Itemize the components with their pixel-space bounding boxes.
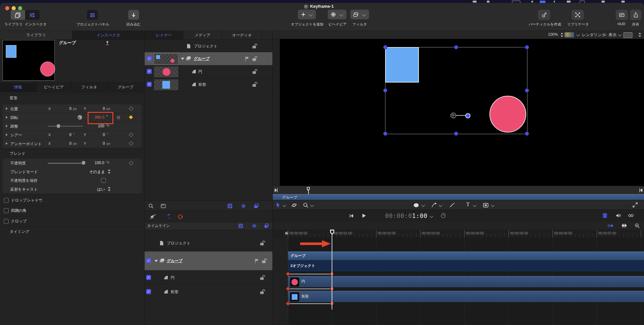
playhead-line[interactable] [332, 234, 332, 310]
share-button[interactable] [630, 10, 641, 20]
scale-slider-thumb[interactable] [57, 124, 60, 128]
keyframe-line[interactable] [288, 274, 332, 274]
canvas-rect-shape[interactable] [385, 47, 419, 83]
circle-enable-checkbox[interactable] [146, 275, 151, 280]
row-opacity[interactable]: 不透明度 100.0 % [3, 159, 142, 168]
blend-mode-value[interactable]: そのまま [77, 169, 105, 175]
selection-handle[interactable] [383, 132, 387, 136]
cast-reflection-value[interactable]: はい [86, 187, 105, 192]
keyframe-line[interactable] [288, 289, 332, 289]
traffic-light-close[interactable] [5, 6, 9, 10]
pin-icon[interactable] [105, 41, 110, 46]
chevron-down-icon[interactable] [491, 203, 494, 207]
keyframe-diamond-icon[interactable] [129, 106, 133, 111]
unlock-icon[interactable] [252, 44, 258, 49]
row-anchor[interactable]: アンカーポイント X 0 px Y 0 px [3, 139, 142, 148]
orbit-tool-icon[interactable] [291, 202, 297, 208]
show-behaviors-icon[interactable] [241, 203, 246, 209]
row-preserve-opacity[interactable]: 不透明度を保持 [3, 176, 142, 185]
keyframe-line[interactable] [288, 303, 332, 304]
rendering-menu[interactable]: レンダリング [582, 32, 606, 38]
layers-row-group[interactable]: グループ [145, 52, 272, 65]
expand-fullscreen-icon[interactable] [632, 202, 638, 208]
keyframe-diamond-icon[interactable] [129, 141, 133, 146]
timeline-ruler[interactable] [273, 230, 644, 238]
play-icon[interactable] [361, 213, 366, 218]
unlock-icon[interactable] [252, 56, 258, 61]
drop-shadow-checkbox[interactable] [4, 198, 9, 203]
unlock-icon[interactable] [260, 275, 265, 280]
stepper-icon[interactable] [108, 169, 110, 174]
disclosure-icon[interactable] [6, 107, 8, 110]
shear-x-value[interactable]: 0 [57, 133, 71, 137]
timecode-display[interactable]: 00:00:01:00 [385, 212, 427, 219]
show-filters-icon[interactable] [238, 223, 243, 228]
show-layers-icon[interactable] [254, 203, 259, 209]
search-icon[interactable] [148, 203, 154, 209]
tab-inspector[interactable]: インスペクタ [72, 31, 144, 40]
chevron-down-icon[interactable] [310, 203, 314, 207]
row-shear[interactable]: シアー X 0 ° Y 0 ° [3, 131, 142, 139]
group-track-bar[interactable]: グループ [288, 251, 644, 260]
stepper-icon[interactable] [638, 33, 641, 37]
import-button[interactable] [128, 10, 139, 20]
chevron-down-icon[interactable] [282, 203, 286, 207]
tab-layers[interactable]: レイヤー [145, 31, 183, 40]
scale-slider[interactable] [48, 126, 83, 127]
layers-row-rect[interactable]: 矩形 [145, 78, 272, 91]
oval-tool-icon[interactable] [413, 202, 419, 208]
position-x-value[interactable]: 0 [57, 106, 71, 111]
subtab-group[interactable]: グループ [107, 83, 144, 92]
chevron-down-icon[interactable] [439, 203, 442, 207]
keyframe-diamond-active-icon[interactable] [129, 115, 133, 119]
shear-y-value[interactable]: 0 [90, 133, 105, 137]
tl-row-project[interactable]: プロジェクト [145, 237, 272, 249]
timeline-zoom-icon[interactable] [635, 223, 640, 228]
previous-frame-icon[interactable] [349, 213, 354, 218]
anchor-handle-dot[interactable] [465, 113, 470, 118]
zoom-tool-icon[interactable] [303, 202, 308, 208]
bezier-tool-icon[interactable] [431, 202, 437, 208]
library-toggle-button[interactable] [11, 10, 25, 20]
subtab-behaviors[interactable]: ビヘイビア [36, 83, 72, 92]
circle-track-bar[interactable]: 円 [288, 276, 644, 287]
tab-library[interactable]: ライブラリ [0, 31, 72, 40]
record-keyframes-icon[interactable] [178, 214, 184, 220]
replicator-button[interactable] [572, 10, 584, 20]
paint-stroke-tool-icon[interactable] [450, 202, 455, 208]
make-particles-button[interactable] [538, 10, 550, 20]
text-tool-icon[interactable]: T [466, 201, 469, 208]
chevron-down-icon[interactable] [576, 33, 580, 36]
flag-icon[interactable] [245, 56, 250, 61]
unlock-icon[interactable] [252, 69, 258, 74]
rect-enable-checkbox[interactable] [147, 82, 152, 87]
preserve-opacity-checkbox[interactable] [101, 178, 106, 183]
view-menu[interactable]: 表示 [609, 32, 616, 38]
flag-icon[interactable] [254, 258, 259, 263]
rect-track-bar[interactable]: 矩形 [288, 291, 644, 302]
behaviors-button[interactable] [328, 10, 346, 19]
position-y-value[interactable]: 0 [90, 106, 105, 111]
subtab-info[interactable]: 情報 [0, 83, 36, 92]
section-crop[interactable]: クロップ [0, 216, 144, 227]
tl-group-label[interactable]: グループ [167, 258, 183, 264]
disclosure-icon[interactable] [6, 142, 8, 145]
view-layout-icon[interactable] [623, 32, 632, 38]
layers-row-circle[interactable]: 円 [145, 65, 272, 78]
tl-row-group[interactable]: グループ [145, 251, 272, 270]
project-panel-button[interactable] [87, 10, 98, 20]
tab-audio[interactable]: オーディオ [222, 31, 262, 40]
section-drop-shadow[interactable]: ドロップシャドウ [0, 195, 144, 206]
selection-handle[interactable] [525, 88, 529, 93]
tl-row-rect[interactable]: 矩形 [145, 286, 272, 298]
speaker-icon[interactable] [616, 213, 621, 218]
filters-button[interactable] [350, 10, 369, 19]
select-tool-icon[interactable] [276, 202, 281, 208]
filter-frame-icon[interactable] [161, 203, 166, 209]
chevron-down-icon[interactable] [421, 203, 425, 207]
inspector-toggle-button[interactable] [25, 10, 40, 20]
film-tracks-icon[interactable] [621, 223, 627, 228]
group-objects-bar[interactable]: 2オブジェクト [288, 261, 644, 271]
hud-button[interactable] [616, 10, 628, 20]
rotation-dial-icon[interactable] [77, 115, 82, 120]
